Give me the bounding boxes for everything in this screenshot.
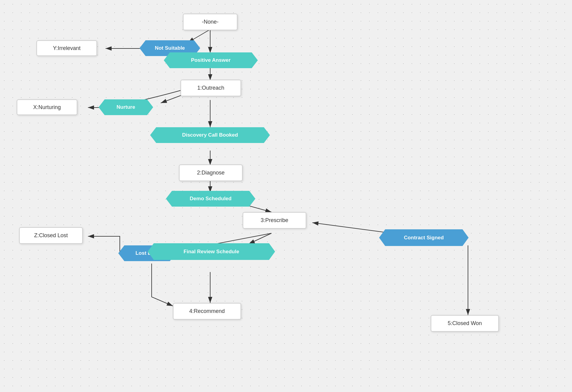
discovery-call-node: Discovery Call Booked	[150, 127, 270, 143]
positive-answer-node: Positive Answer	[164, 52, 258, 68]
diagnose-node: 2:Diagnose	[179, 164, 243, 181]
closed-won-node: 5:Closed Won	[431, 315, 499, 332]
none-node: -None-	[183, 14, 237, 30]
nurture-node: Nurture	[99, 99, 153, 115]
recommend-node: 4:Recommend	[173, 303, 241, 320]
z-closed-lost-node: Z:Closed Lost	[19, 227, 83, 244]
outreach-node: 1:Outreach	[180, 80, 241, 96]
y-irrelevant-node: Y:Irrelevant	[36, 40, 97, 56]
svg-line-12	[249, 233, 271, 244]
final-review-node: Final Review Schedule	[148, 243, 275, 260]
flowchart-diagram: -None- Not Suitable Y:Irrelevant Positiv…	[0, 0, 572, 392]
prescribe-node: 3:Prescribe	[243, 212, 306, 229]
demo-scheduled-node: Demo Scheduled	[166, 191, 255, 207]
contract-signed-node: Contract Signed	[379, 229, 469, 246]
x-nurturing-node: X:Nurturing	[17, 99, 77, 115]
